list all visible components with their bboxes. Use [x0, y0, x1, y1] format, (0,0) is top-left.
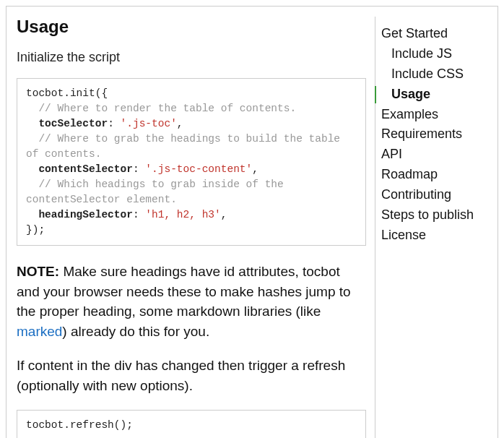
toc-get-started[interactable]: Get Started: [381, 24, 492, 44]
code-string: '.js-toc': [121, 118, 177, 129]
intro-text: Initialize the script: [17, 50, 366, 65]
toc-include-js[interactable]: Include JS: [381, 44, 492, 64]
code-punct: ,: [177, 118, 183, 129]
code-punct: ,: [252, 163, 258, 175]
code-key: headingSelector: [26, 209, 133, 220]
main-content: Usage Initialize the script tocbot.init(…: [17, 17, 366, 438]
code-string: 'h1, h2, h3': [145, 209, 220, 220]
code-comment: // Where to render the table of contents…: [26, 103, 296, 114]
toc-requirements[interactable]: Requirements: [381, 124, 492, 145]
page-container: Usage Initialize the script tocbot.init(…: [6, 6, 498, 438]
code-block-init: tocbot.init({ // Where to render the tab…: [17, 78, 366, 246]
toc-active-indicator: Usage: [381, 85, 492, 105]
marked-link[interactable]: marked: [17, 324, 62, 339]
toc-license[interactable]: License: [381, 226, 492, 246]
toc-examples[interactable]: Examples: [381, 105, 492, 125]
note-text: ) already do this for you.: [62, 324, 209, 339]
code-punct: ,: [221, 209, 227, 220]
toc-steps-to-publish[interactable]: Steps to publish: [381, 205, 492, 226]
table-of-contents: Get Started Include JS Include CSS Usage…: [375, 17, 492, 438]
note-label: NOTE:: [17, 264, 59, 279]
code-block-refresh: tocbot.refresh();: [17, 410, 366, 438]
code-line: tocbot.init({: [26, 87, 108, 99]
section-heading: Usage: [17, 17, 366, 37]
code-comment: // Where to grab the headings to build t…: [26, 133, 347, 160]
toc-api[interactable]: API: [381, 145, 492, 165]
toc-include-css[interactable]: Include CSS: [381, 64, 492, 85]
toc-contributing[interactable]: Contributing: [381, 185, 492, 205]
code-string: '.js-toc-content': [145, 163, 252, 175]
note-paragraph: NOTE: Make sure headings have id attribu…: [17, 262, 366, 341]
toc-roadmap[interactable]: Roadmap: [381, 165, 492, 185]
refresh-paragraph: If content in the div has changed then t…: [17, 356, 366, 395]
code-key: tocSelector: [26, 118, 108, 129]
code-line: });: [26, 224, 45, 236]
code-comment: // Which headings to grab inside of the …: [26, 179, 290, 205]
toc-usage[interactable]: Usage: [381, 85, 492, 105]
note-text: Make sure headings have id attributes, t…: [17, 264, 351, 319]
code-key: contentSelector: [26, 163, 133, 175]
